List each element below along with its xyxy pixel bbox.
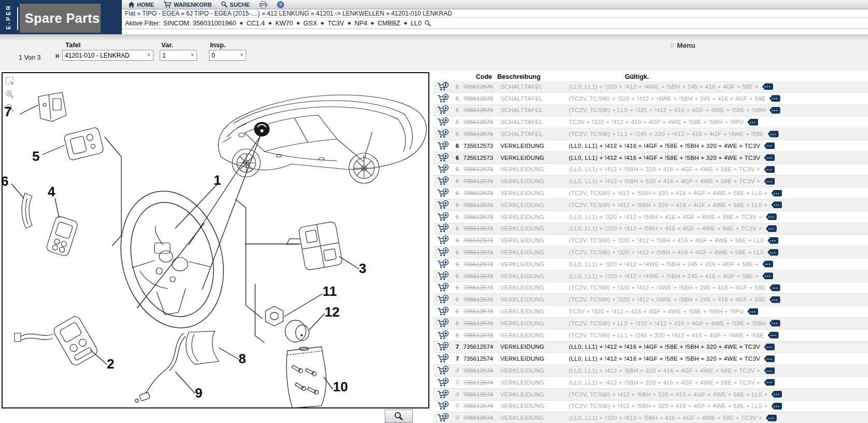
more-validity-badge[interactable]: ...: [764, 154, 775, 161]
more-validity-badge[interactable]: ...: [771, 391, 782, 398]
callout-label-5[interactable]: 5: [32, 149, 39, 163]
add-to-cart-button[interactable]: [437, 330, 452, 340]
part-code-link[interactable]: 735612573: [463, 273, 493, 279]
add-to-cart-button[interactable]: [437, 259, 452, 269]
parts-table-row[interactable]: 6735612573VERKLEIDUNG(LL0, LL1) + !320 +…: [433, 270, 868, 282]
more-validity-badge[interactable]: ...: [767, 249, 778, 256]
add-to-cart-button[interactable]: [437, 200, 452, 210]
callout-label-1[interactable]: 1: [214, 173, 221, 187]
help-button[interactable]: ?: [277, 1, 284, 8]
parts-table-row[interactable]: 6735612573VERKLEIDUNG(TC2V, TCSW) + !320…: [433, 294, 868, 306]
add-to-cart-button[interactable]: [437, 93, 452, 104]
add-to-cart-button[interactable]: [437, 141, 452, 151]
add-to-cart-button[interactable]: [437, 81, 452, 92]
add-to-cart-button[interactable]: [437, 153, 452, 163]
callout-label-4[interactable]: 4: [48, 185, 55, 198]
more-validity-badge[interactable]: ...: [768, 332, 779, 338]
parts-table-row[interactable]: 6735612573VERKLEIDUNG(LL0, LL1) + !412 +…: [433, 164, 868, 176]
zoom-in-icon[interactable]: [5, 90, 15, 100]
add-to-cart-button[interactable]: [437, 164, 452, 174]
parts-table-row[interactable]: 5735612576SCHALTTAFELTC3V + !320 + !412 …: [433, 116, 868, 128]
part-code-link[interactable]: 735612573: [463, 296, 493, 303]
more-validity-badge[interactable]: ...: [769, 296, 780, 303]
filter-search-icon[interactable]: [424, 20, 431, 27]
part-code-link[interactable]: 735612573: [463, 237, 493, 243]
more-validity-badge[interactable]: ...: [771, 403, 782, 410]
warenkorb-button[interactable]: WARENKORB: [163, 1, 212, 8]
part-code-link[interactable]: 735612576: [463, 107, 493, 113]
add-to-cart-button[interactable]: [437, 105, 452, 115]
parts-table-row[interactable]: 7735612574VERKLEIDUNG(TC2V, TCSW) + !412…: [433, 389, 868, 401]
menu-button[interactable]: ▽ Menu: [670, 42, 695, 49]
part-code-link[interactable]: 735612573: [463, 202, 493, 208]
add-to-cart-button[interactable]: [437, 247, 452, 257]
more-validity-badge[interactable]: ...: [767, 237, 778, 244]
more-validity-badge[interactable]: ...: [762, 261, 773, 267]
more-validity-badge[interactable]: ...: [764, 166, 775, 173]
add-to-cart-button[interactable]: [437, 223, 452, 234]
more-validity-badge[interactable]: ...: [771, 201, 782, 208]
callout-label-11[interactable]: 11: [323, 284, 337, 298]
var-select[interactable]: 1: [160, 50, 197, 61]
parts-table-row[interactable]: 6735612573VERKLEIDUNG(LL0, LL1) + !412 +…: [433, 140, 868, 152]
parts-table-row[interactable]: 7735612574VERKLEIDUNG(LL0, LL1) + !320 +…: [433, 412, 868, 423]
part-code-link[interactable]: 735612573: [463, 178, 493, 184]
parts-table-row[interactable]: 6735612573VERKLEIDUNG(TC2V, TCSW) + !412…: [433, 187, 868, 199]
part-code-link[interactable]: 735612574: [463, 391, 493, 398]
parts-table-row[interactable]: 5735612576SCHALTTAFEL(TC2V, TCSW) + !320…: [433, 93, 868, 105]
more-validity-badge[interactable]: ...: [762, 272, 773, 279]
callout-label-7[interactable]: 7: [4, 105, 11, 118]
parts-table-row[interactable]: 6735612573VERKLEIDUNG(TC2V, TCSW) + LL0 …: [433, 318, 868, 330]
parts-table-row[interactable]: 6735612573VERKLEIDUNG(TC2V, TCSW) + !320…: [433, 247, 868, 258]
callout-label-2[interactable]: 2: [107, 357, 114, 371]
part-code-link[interactable]: 735612573: [463, 284, 493, 291]
parts-table-row[interactable]: 5735612576SCHALTTAFEL(TC2V, TCSW) + LL0 …: [433, 105, 868, 117]
part-code-link[interactable]: 735612573: [463, 249, 493, 255]
add-to-cart-button[interactable]: [437, 188, 452, 198]
more-validity-badge[interactable]: ...: [764, 367, 775, 374]
more-validity-badge[interactable]: ...: [764, 379, 775, 386]
add-to-cart-button[interactable]: [437, 318, 452, 329]
part-code-link[interactable]: 735612576: [463, 119, 493, 125]
add-to-cart-button[interactable]: [437, 389, 452, 400]
parts-table-row[interactable]: 7735612574VERKLEIDUNG(TC2V, TCSW) + !412…: [433, 401, 868, 413]
parts-table-row[interactable]: 6735612573VERKLEIDUNG(LL0, LL1) + !320 +…: [433, 223, 868, 235]
add-to-cart-button[interactable]: [437, 212, 452, 222]
more-validity-badge[interactable]: ...: [769, 320, 780, 326]
part-code-link[interactable]: 735612574: [463, 415, 493, 421]
parts-table-row[interactable]: 6735612573VERKLEIDUNG(TC2V, TCSW) + LL1 …: [433, 330, 868, 342]
parts-table-row[interactable]: 6735612573VERKLEIDUNG(TC2V, TCSW) + !320…: [433, 235, 868, 247]
home-button[interactable]: HOME: [128, 2, 154, 8]
more-validity-badge[interactable]: ...: [769, 284, 780, 291]
add-to-cart-button[interactable]: [437, 235, 452, 245]
more-validity-badge[interactable]: ...: [764, 142, 775, 149]
callout-label-12[interactable]: 12: [325, 305, 340, 319]
parts-table-row[interactable]: 7735612574VERKLEIDUNG(LL0, LL1) + !412 +…: [433, 365, 868, 377]
callout-label-8[interactable]: 8: [239, 352, 246, 365]
part-code-link[interactable]: 735612573: [463, 166, 493, 172]
print-button[interactable]: [259, 1, 268, 8]
add-to-cart-button[interactable]: [437, 365, 452, 376]
add-to-cart-button[interactable]: [437, 294, 452, 305]
more-validity-badge[interactable]: ...: [766, 225, 777, 232]
part-code-link[interactable]: 735612573: [463, 225, 493, 231]
parts-table-row[interactable]: 6735612573VERKLEIDUNG(TC2V, TCSW) + !412…: [433, 199, 868, 211]
part-code-link[interactable]: 735612574: [463, 344, 493, 350]
more-validity-badge[interactable]: ...: [747, 119, 758, 126]
part-code-link[interactable]: 735612573: [463, 214, 493, 220]
callout-label-6[interactable]: 6: [1, 174, 8, 188]
add-to-cart-button[interactable]: [437, 282, 452, 293]
part-code-link[interactable]: 735612574: [463, 367, 493, 374]
add-to-cart-button[interactable]: [437, 377, 452, 388]
parts-table-row[interactable]: 7735612574VERKLEIDUNG(LL0, LL1) + !412 +…: [433, 377, 868, 389]
more-validity-badge[interactable]: ...: [766, 213, 777, 220]
callout-label-3[interactable]: 3: [359, 262, 366, 275]
add-to-cart-button[interactable]: [437, 342, 452, 352]
parts-table-row[interactable]: 5735612576SCHALTTAFEL(TC2V, TCSW) + LL1 …: [433, 128, 868, 140]
next-table-button[interactable]: »: [55, 51, 60, 60]
parts-table-row[interactable]: 7735612574VERKLEIDUNG(LL0, LL1) + !412 +…: [433, 353, 868, 365]
parts-table-row[interactable]: 7735612574VERKLEIDUNG(LL0, LL1) + !412 +…: [433, 342, 868, 353]
part-code-link[interactable]: 735612574: [463, 403, 493, 409]
tafel-select[interactable]: 41201-010 - LENKRAD: [62, 50, 153, 61]
part-code-link[interactable]: 735612573: [463, 332, 493, 338]
